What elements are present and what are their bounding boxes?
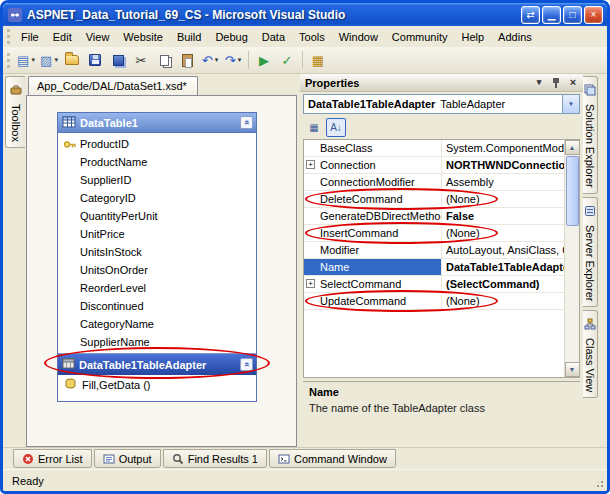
datatable-field-row[interactable]: SupplierID: [58, 171, 256, 189]
menu-item-community[interactable]: Community: [385, 28, 455, 46]
menu-item-edit[interactable]: Edit: [46, 28, 79, 46]
validate-button[interactable]: ✓: [276, 49, 298, 71]
dock-arrows-button[interactable]: ⇄: [521, 6, 540, 24]
start-debug-button[interactable]: ▶: [253, 49, 275, 71]
property-label: +Connection: [304, 157, 442, 173]
tab-error-list[interactable]: Error List: [13, 449, 92, 468]
tab-server-explorer[interactable]: Server Explorer: [583, 197, 598, 307]
close-icon[interactable]: [566, 76, 580, 90]
property-row-selectcommand[interactable]: +SelectCommand(SelectCommand): [304, 276, 564, 293]
menu-item-data[interactable]: Data: [255, 28, 292, 46]
tab-solution-explorer[interactable]: Solution Explorer: [583, 76, 598, 194]
datatable-window[interactable]: DataTable1 ProductIDProductNameSupplierI…: [57, 112, 257, 402]
property-row-insertcommand[interactable]: InsertCommand(None): [304, 225, 564, 242]
properties-titlebar[interactable]: Properties: [300, 74, 583, 92]
save-button[interactable]: [84, 49, 106, 71]
resize-grip[interactable]: [592, 476, 605, 489]
property-row-baseclass[interactable]: BaseClassSystem.ComponentModel.Con: [304, 140, 564, 157]
tableadapter-methods-row[interactable]: Fill,GetData (): [58, 375, 256, 395]
property-value[interactable]: AutoLayout, AnsiClass, Class,: [442, 242, 564, 258]
document-tab[interactable]: App_Code/DAL/DataSet1.xsd*: [28, 76, 198, 95]
maximize-button[interactable]: □: [563, 6, 582, 24]
menu-drag-grip[interactable]: [7, 29, 10, 44]
datatable-field-row[interactable]: UnitsInStock: [58, 243, 256, 261]
property-value[interactable]: (None): [442, 293, 564, 309]
menu-item-view[interactable]: View: [79, 28, 117, 46]
datatable-field-row[interactable]: UnitsOnOrder: [58, 261, 256, 279]
tab-label: Output: [119, 453, 152, 465]
new-website-button[interactable]: ▤▾: [15, 49, 37, 71]
menu-item-help[interactable]: Help: [454, 28, 491, 46]
add-new-item-button[interactable]: ▨▾: [38, 49, 60, 71]
property-value[interactable]: (SelectCommand): [442, 276, 564, 292]
copy-button[interactable]: [153, 49, 175, 71]
redo-button[interactable]: ↷▾: [222, 49, 244, 71]
window-titlebar[interactable]: ASPNET_Data_Tutorial_69_CS - Microsoft V…: [3, 3, 607, 26]
tableadapter-header[interactable]: DataTable1TableAdapter: [58, 353, 256, 375]
property-value[interactable]: Assembly: [442, 174, 564, 190]
expand-plus-icon[interactable]: +: [306, 160, 315, 169]
property-label-text: UpdateCommand: [320, 295, 406, 307]
tab-find-results-1[interactable]: Find Results 1: [163, 449, 267, 468]
property-value[interactable]: (None): [442, 225, 564, 241]
tab-class-view[interactable]: Class View: [583, 310, 598, 398]
menu-item-debug[interactable]: Debug: [208, 28, 254, 46]
collapse-tableadapter-button[interactable]: [240, 358, 253, 371]
property-label-text: Modifier: [320, 244, 359, 256]
scrollbar-thumb[interactable]: [566, 156, 579, 226]
menu-item-website[interactable]: Website: [116, 28, 170, 46]
menu-item-file[interactable]: File: [14, 28, 46, 46]
save-all-button[interactable]: [107, 49, 129, 71]
property-value[interactable]: System.ComponentModel.Con: [442, 140, 564, 156]
scroll-up-icon[interactable]: [565, 140, 580, 155]
datatable-field-row[interactable]: QuantityPerUnit: [58, 207, 256, 225]
datatable-field-row[interactable]: SupplierName: [58, 333, 256, 351]
datatable-field-row[interactable]: CategoryName: [58, 315, 256, 333]
menu-item-addins[interactable]: Addins: [491, 28, 539, 46]
tab-output[interactable]: Output: [94, 449, 161, 468]
property-value[interactable]: NORTHWNDConnectionStr: [442, 157, 564, 173]
tab-command-window[interactable]: Command Window: [269, 449, 396, 468]
window-menu-icon[interactable]: [532, 76, 546, 90]
properties-scrollbar[interactable]: [564, 140, 579, 377]
datatable-field-row[interactable]: UnitPrice: [58, 225, 256, 243]
property-row-generatedbdirectmethod[interactable]: GenerateDBDirectMethodFalse: [304, 208, 564, 225]
datatable-field-row[interactable]: CategoryID: [58, 189, 256, 207]
chevron-down-icon[interactable]: [562, 95, 579, 113]
properties-object-dropdown[interactable]: DataTable1TableAdapter TableAdapter: [303, 94, 580, 114]
undo-button[interactable]: ↶▾: [199, 49, 221, 71]
cut-button[interactable]: ✂: [130, 49, 152, 71]
open-file-button[interactable]: [61, 49, 83, 71]
property-value[interactable]: (None): [442, 191, 564, 207]
collapse-datatable-button[interactable]: [240, 116, 253, 129]
toolbar-drag-grip[interactable]: [7, 53, 10, 68]
property-label-text: SelectCommand: [320, 278, 401, 290]
auto-hide-pin-icon[interactable]: [549, 76, 563, 90]
menu-item-window[interactable]: Window: [332, 28, 385, 46]
property-row-name[interactable]: NameDataTable1TableAdapter: [304, 259, 564, 276]
minimize-button[interactable]: ▁: [542, 6, 561, 24]
menu-item-tools[interactable]: Tools: [292, 28, 332, 46]
datatable-field-row[interactable]: ProductID: [58, 135, 256, 153]
designer-grid-button[interactable]: ▦: [307, 49, 329, 71]
property-row-connectionmodifier[interactable]: ConnectionModifierAssembly: [304, 174, 564, 191]
menu-item-build[interactable]: Build: [170, 28, 208, 46]
expand-plus-icon[interactable]: +: [306, 279, 315, 288]
property-row-deletecommand[interactable]: DeleteCommand(None): [304, 191, 564, 208]
scroll-down-icon[interactable]: [565, 362, 580, 377]
close-button[interactable]: ×: [584, 6, 603, 24]
datatable-field-row[interactable]: Discontinued: [58, 297, 256, 315]
property-row-modifier[interactable]: ModifierAutoLayout, AnsiClass, Class,: [304, 242, 564, 259]
datatable-header[interactable]: DataTable1: [58, 113, 256, 133]
property-value[interactable]: False: [442, 208, 564, 224]
datatable-field-row[interactable]: ReorderLevel: [58, 279, 256, 297]
property-row-connection[interactable]: +ConnectionNORTHWNDConnectionStr: [304, 157, 564, 174]
toolbox-tab[interactable]: Toolbox: [5, 76, 25, 148]
property-row-updatecommand[interactable]: UpdateCommand(None): [304, 293, 564, 310]
property-value[interactable]: DataTable1TableAdapter: [442, 259, 564, 275]
error-list-icon: [22, 453, 34, 465]
datatable-field-row[interactable]: ProductName: [58, 153, 256, 171]
paste-button[interactable]: [176, 49, 198, 71]
categorized-icon[interactable]: ▦: [304, 118, 324, 137]
alphabetical-icon[interactable]: A↓: [326, 118, 346, 137]
